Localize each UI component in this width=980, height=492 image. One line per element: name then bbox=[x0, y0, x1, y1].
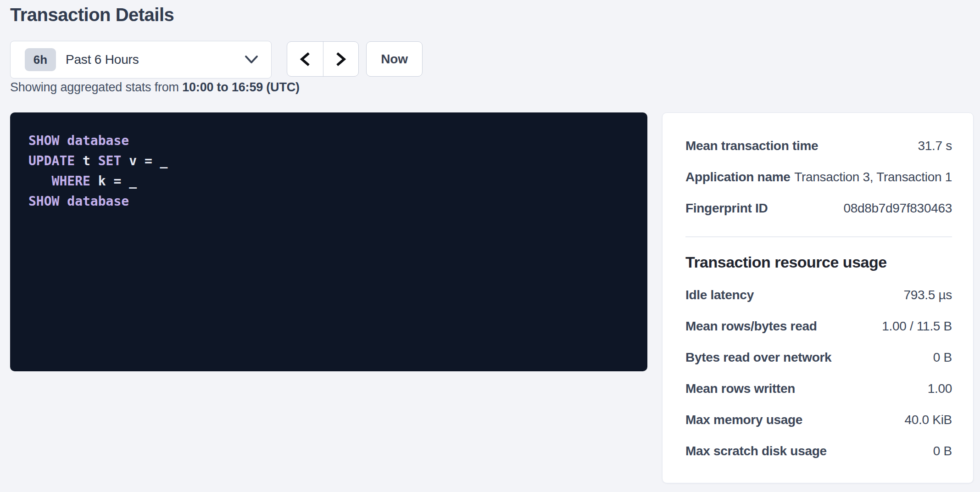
next-range-button[interactable] bbox=[323, 42, 359, 76]
stat-value: 31.7 s bbox=[918, 139, 952, 153]
stat-row: Mean rows written1.00 bbox=[685, 373, 952, 404]
summary-stats: Mean transaction time31.7 sApplication n… bbox=[685, 130, 952, 224]
sql-statement-box: SHOW databaseUPDATE t SET v = _ WHERE k … bbox=[10, 112, 647, 371]
stat-value: 0 B bbox=[933, 444, 952, 458]
stat-row: Mean transaction time31.7 s bbox=[685, 130, 952, 162]
stat-label: Bytes read over network bbox=[685, 350, 831, 365]
stat-row: Max scratch disk usage0 B bbox=[685, 436, 952, 467]
page-title: Transaction Details bbox=[10, 3, 174, 27]
sql-keyword: SHOW database bbox=[28, 133, 129, 148]
aggregated-stats-text: Showing aggregated stats from 10:00 to 1… bbox=[10, 79, 300, 95]
sql-keyword: WHERE bbox=[52, 173, 90, 189]
stat-value: 1.00 / 11.5 B bbox=[882, 319, 952, 334]
stat-label: Idle latency bbox=[685, 288, 754, 302]
sql-text: v = _ bbox=[121, 153, 167, 168]
time-controls: 6h Past 6 Hours Now bbox=[10, 41, 469, 78]
sql-keyword: SHOW database bbox=[28, 194, 129, 209]
time-range-select[interactable]: 6h Past 6 Hours bbox=[10, 41, 272, 78]
sql-line: WHERE k = _ bbox=[28, 171, 629, 191]
transaction-details-page: Transaction Details 6h Past 6 Hours Now … bbox=[0, 0, 980, 492]
sql-line: UPDATE t SET v = _ bbox=[28, 151, 629, 171]
sql-line: SHOW database bbox=[28, 131, 629, 151]
stat-row: Idle latency793.5 µs bbox=[685, 280, 952, 311]
prev-range-button[interactable] bbox=[287, 42, 323, 76]
time-range-arrow-group bbox=[287, 41, 359, 77]
stat-row: Bytes read over network0 B bbox=[685, 342, 952, 373]
stat-label: Application name bbox=[685, 170, 791, 184]
stat-value: 08d8b7d97f830463 bbox=[843, 201, 952, 216]
chevron-right-icon bbox=[335, 51, 347, 67]
stat-row: Fingerprint ID08d8b7d97f830463 bbox=[685, 193, 952, 224]
aggregated-stats-prefix: Showing aggregated stats from bbox=[10, 80, 182, 94]
resource-usage-stats: Idle latency793.5 µsMean rows/bytes read… bbox=[685, 280, 952, 467]
sql-keyword: UPDATE bbox=[28, 153, 75, 168]
now-button[interactable]: Now bbox=[366, 41, 423, 77]
stat-value: Transaction 3, Transaction 1 bbox=[794, 170, 952, 184]
time-range-label: Past 6 Hours bbox=[66, 52, 139, 67]
stat-label: Mean rows/bytes read bbox=[685, 319, 817, 334]
stat-value: 0 B bbox=[933, 350, 952, 365]
aggregated-stats-range: 10:00 to 16:59 (UTC) bbox=[182, 80, 300, 94]
time-range-badge: 6h bbox=[25, 48, 56, 71]
stat-row: Mean rows/bytes read1.00 / 11.5 B bbox=[685, 311, 952, 342]
stat-value: 1.00 bbox=[928, 381, 952, 396]
sql-keyword: SET bbox=[98, 153, 122, 168]
transaction-details-panel: Mean transaction time31.7 sApplication n… bbox=[662, 112, 974, 483]
sql-text: k = _ bbox=[90, 173, 137, 189]
chevron-down-icon bbox=[244, 55, 259, 65]
stat-label: Fingerprint ID bbox=[685, 201, 768, 216]
panel-divider bbox=[685, 236, 952, 237]
stat-label: Mean rows written bbox=[685, 381, 795, 396]
chevron-left-icon bbox=[299, 51, 311, 67]
resource-usage-heading: Transaction resource usage bbox=[685, 253, 952, 271]
stat-value: 793.5 µs bbox=[903, 288, 952, 302]
sql-text bbox=[28, 173, 52, 189]
sql-text: t bbox=[75, 153, 98, 168]
stat-value: 40.0 KiB bbox=[905, 413, 952, 427]
stat-label: Max memory usage bbox=[685, 413, 802, 427]
stat-row: Max memory usage40.0 KiB bbox=[685, 404, 952, 436]
stat-label: Mean transaction time bbox=[685, 139, 818, 153]
sql-line: SHOW database bbox=[28, 191, 629, 212]
stat-label: Max scratch disk usage bbox=[685, 444, 827, 458]
stat-row: Application nameTransaction 3, Transacti… bbox=[685, 162, 952, 193]
